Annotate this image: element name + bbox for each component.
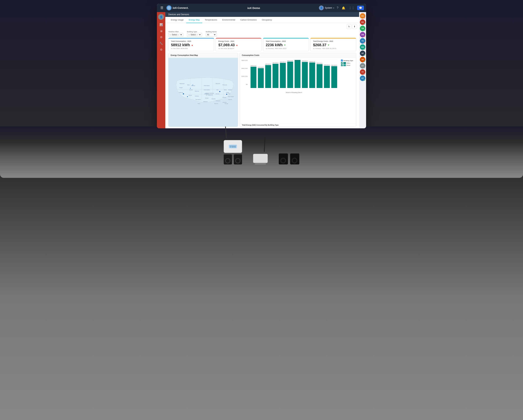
tab-temperatures[interactable]: Temperatures [202,17,220,23]
user-initials-dt: DT [361,77,364,79]
help-icon[interactable]: ? [336,6,339,10]
user-badge-ds[interactable]: DS [360,19,365,25]
tab-energy-usage[interactable]: Energy Usage [168,17,186,23]
user-initials-dm: DM [361,34,364,36]
sidebar-icon-chart[interactable]: 📊 [158,22,164,27]
bar-jul [295,60,301,88]
hardware-display: ioX-ConnectIoT DEVICE [0,136,523,168]
sidebar-icon-settings[interactable]: ⚙ [158,34,164,40]
user-name: System [325,7,332,9]
bar-feb [258,68,264,88]
user-badge-tw[interactable]: TW [360,26,365,31]
user-initials-kt: KT [361,65,364,67]
building-name-select[interactable]: All [206,33,217,37]
svg-text:UNITED STATES: UNITED STATES [205,93,214,94]
kpi-value-2: $7,069.43 ▲ [218,43,259,47]
timeline-filter-select[interactable]: --- Select --- [168,33,183,37]
legend-title: Building Type [343,60,353,61]
building-type-select[interactable]: --- Select --- [187,33,202,37]
user-badge-tt[interactable]: TT [360,69,365,75]
transmitter-box [253,154,268,163]
tab-energy-map[interactable]: Energy Map [186,17,202,23]
bar-chart-svg: $449,231.62 $419,419.52 $485,206.57 [248,60,340,88]
content-area: Devices and Sensors Energy Usage Energy … [165,12,359,128]
export-button[interactable]: ⬆ [352,24,357,29]
map-dot-3[interactable] [192,85,193,86]
user-badge-dm[interactable]: DM [360,32,365,37]
svg-text:$468,006.60: $468,006.60 [324,64,330,65]
svg-text:Georgia: Georgia [225,103,228,104]
svg-text:Kentucky: Kentucky [223,102,227,103]
clamp-2 [234,154,242,165]
svg-text:Montana: Montana [191,85,195,86]
clamp-ring-2 [235,158,241,164]
map-dot-4[interactable] [187,96,188,97]
hamburger-menu[interactable]: ☰ [159,6,165,10]
svg-text:West Virginia: West Virginia [228,96,234,97]
user-badge-dt[interactable]: DT [360,76,365,81]
refresh-button[interactable]: ↻ [347,24,351,29]
clamp-ring-4 [292,158,297,164]
kpi-sub-3: vs. Previous - W52 2018: 10237 [266,48,306,49]
user-dot-wn [364,48,365,50]
user-badge-of[interactable]: OF [360,51,365,56]
map-dot-6[interactable] [226,94,228,95]
building-type-checkbox[interactable] [341,60,343,61]
legend-office: Office [341,62,354,64]
timeline-filter-group: Timeline Filter: --- Select --- [168,31,183,37]
right-sidebar: DU DS TW DM TU [359,12,366,128]
kpi-card-energy-costs: Energy Costs - 2023 $7,069.43 ▲ vs. Nov … [216,38,262,51]
arrow-down-2: ▼ [327,44,330,46]
svg-text:OF AMERICA: OF AMERICA [206,95,213,95]
chat-button[interactable]: 💬 [357,6,364,10]
map-dot-2[interactable] [190,88,191,89]
svg-text:Illinois: Illinois [224,89,227,90]
left-sidebar: 👤 📊 🖥 ⚙ 🔧 ⚙ [157,12,165,128]
sidebar-icon-tools[interactable]: 🔧 [158,41,164,46]
kpi-card-total-consumption-2: Total Consumption - 2023 2236 kWh ▼ vs. … [263,38,309,51]
svg-text:Oregon: Oregon [179,87,183,88]
user-badge-tu[interactable]: TU [360,38,365,44]
us-map-svg: Washington Oregon California Idaho Nevad… [168,58,238,127]
kpi-card-total-energy-costs: Total Energy Costs - 2023 $268.37 ▼ vs. … [310,38,356,51]
device-box: ioX-ConnectIoT DEVICE [224,140,242,153]
svg-text:Ohio: Ohio [228,93,230,95]
svg-text:Indiana: Indiana [226,92,229,93]
user-dot-du [364,17,365,18]
user-badge-sh[interactable]: SH [360,57,365,62]
svg-text:$553,479.38: $553,479.38 [287,60,293,61]
svg-text:Texas: Texas [198,103,200,104]
user-dot-tu [364,42,365,43]
legend-office-checkbox[interactable] [341,62,343,64]
user-dropdown-icon: ▾ [333,7,334,9]
svg-text:$548,050.07: $548,050.07 [302,61,308,62]
tab-environmental[interactable]: Environmental [220,17,238,23]
map-area: Washington Oregon California Idaho Nevad… [168,58,238,127]
tab-occupancy[interactable]: Occupancy [259,17,275,23]
timeline-filter-label: Timeline Filter: [168,31,183,33]
x-axis-label[interactable]: Month of Reading Date ▾ [248,92,340,93]
svg-text:Kentucky: Kentucky [228,99,232,100]
map-dot-1[interactable] [183,93,184,95]
legend-retail-checkbox[interactable] [341,64,343,66]
bell-icon[interactable]: 🔔 [341,6,346,10]
svg-text:$529,360.76: $529,360.76 [280,61,286,63]
user-menu[interactable]: 👤 System ▾ [319,6,334,10]
sidebar-icon-config[interactable]: ⚙ [158,47,164,52]
user-badge-du[interactable]: DU [360,13,365,19]
user-badge-kt[interactable]: KT [360,63,365,69]
grid-icon[interactable]: ⋮⋮ [348,6,355,10]
sidebar-icon-monitor[interactable]: 🖥 [158,28,164,34]
user-badge-wn[interactable]: WN [360,44,365,50]
map-dot-5[interactable] [219,91,221,92]
user-dot-tw [364,30,365,31]
tab-carbon-emissions[interactable]: Carbon Emissions [238,17,259,23]
navbar-actions: 👤 System ▾ ? 🔔 ⋮⋮ 💬 [319,6,364,10]
devices-header: Devices and Sensors [165,12,359,17]
svg-rect-71 [343,62,346,64]
svg-text:$590,449.50: $590,449.50 [295,60,300,61]
y-0: $0 [242,84,248,85]
bar-sep [309,63,315,88]
svg-text:Iowa: Iowa [216,89,218,90]
kpi-value-3: 2236 kWh ▼ [266,43,306,47]
